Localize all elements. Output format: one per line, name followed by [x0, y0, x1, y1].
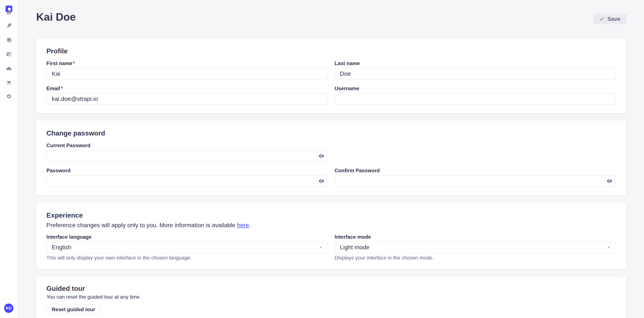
home-icon [6, 9, 12, 15]
guided-tour-description: You can reset the guided tour at any tim… [46, 294, 616, 300]
settings-cards: Profile First name* Last name Email* [36, 38, 626, 318]
field-current-password: Current Password [46, 143, 328, 162]
layout-icon [6, 51, 12, 57]
experience-card: Experience Preference changes will apply… [36, 202, 626, 269]
chevron-down-icon [607, 245, 611, 250]
password-input[interactable] [46, 175, 328, 187]
field-email: Email* [46, 86, 328, 105]
guided-tour-card: Guided tour You can reset the guided tou… [36, 277, 626, 318]
cloud-icon [6, 66, 12, 71]
change-password-card: Change password Current Password [36, 120, 626, 195]
feather-icon [6, 23, 12, 28]
experience-description: Preference changes will apply only to yo… [46, 222, 616, 229]
check-icon [599, 16, 604, 21]
chevron-down-icon [318, 245, 323, 250]
email-input[interactable] [46, 93, 328, 105]
field-interface-language: Interface language English This will onl… [46, 234, 328, 261]
email-label: Email* [46, 86, 328, 91]
field-username: Username [334, 86, 616, 105]
save-button[interactable]: Save [594, 14, 626, 24]
sidebar-item-media-library[interactable] [6, 37, 12, 43]
spacer [334, 143, 616, 162]
interface-language-hint: This will only display your own interfac… [46, 255, 328, 261]
pictures-icon [6, 37, 12, 43]
toggle-confirm-password-visibility-button[interactable] [605, 176, 614, 186]
page-header: Kai Doe Save [36, 11, 626, 23]
reset-guided-tour-button[interactable]: Reset guided tour [46, 305, 100, 315]
eye-off-icon [318, 178, 324, 184]
main-nav-sidebar: KD [0, 0, 18, 318]
sidebar-divider [0, 15, 18, 15]
interface-language-label: Interface language [46, 234, 328, 240]
field-new-password: Password [46, 168, 328, 187]
field-last-name: Last name [334, 60, 616, 80]
interface-mode-hint: Displays your interface in the chosen mo… [334, 255, 616, 261]
change-password-section-title: Change password [46, 129, 616, 138]
main-content: Kai Doe Save Profile First name* Last na… [18, 0, 644, 318]
toggle-current-password-visibility-button[interactable] [317, 151, 326, 160]
required-asterisk: * [73, 60, 75, 66]
first-name-label: First name* [46, 60, 328, 66]
current-password-input[interactable] [46, 150, 328, 162]
confirm-password-label: Confirm Password [334, 168, 616, 173]
gear-icon [6, 94, 12, 99]
avatar-initials: KD [6, 306, 12, 311]
sidebar-item-home[interactable] [6, 9, 12, 15]
toggle-password-visibility-button[interactable] [317, 176, 326, 186]
experience-section-title: Experience [46, 211, 616, 219]
profile-section-title: Profile [46, 47, 616, 55]
sidebar-item-content-manager[interactable] [6, 23, 12, 28]
more-information-link[interactable]: here [237, 222, 249, 228]
interface-mode-value: Light mode [340, 244, 370, 251]
interface-mode-select[interactable]: Light mode [334, 242, 616, 253]
username-input[interactable] [334, 93, 616, 105]
guided-tour-section-title: Guided tour [46, 284, 616, 293]
eye-off-icon [606, 178, 612, 184]
page-title: Kai Doe [36, 11, 626, 23]
save-button-label: Save [607, 16, 620, 22]
sidebar-bottom-divider [0, 299, 18, 300]
field-interface-mode: Interface mode Light mode Displays your … [334, 234, 616, 261]
sidebar-item-settings[interactable] [6, 94, 12, 99]
field-confirm-password: Confirm Password [334, 168, 616, 187]
user-avatar[interactable]: KD [4, 304, 14, 313]
last-name-label: Last name [334, 60, 616, 66]
first-name-input[interactable] [46, 68, 328, 80]
sidebar-item-marketplace[interactable] [6, 80, 12, 85]
sidebar-item-content-type-builder[interactable] [6, 51, 12, 57]
required-asterisk: * [61, 86, 62, 91]
last-name-input[interactable] [334, 68, 616, 80]
field-first-name: First name* [46, 60, 328, 80]
username-label: Username [334, 86, 616, 91]
password-label: Password [46, 168, 328, 173]
eye-off-icon [318, 153, 324, 159]
confirm-password-input[interactable] [334, 175, 616, 187]
current-password-label: Current Password [46, 143, 328, 149]
strapi-profile-page: KD Kai Doe Save Profile First name* [0, 0, 644, 318]
sidebar-item-deploy[interactable] [6, 66, 12, 71]
interface-mode-label: Interface mode [334, 234, 616, 240]
profile-card: Profile First name* Last name Email* [36, 38, 626, 113]
interface-language-value: English [52, 244, 71, 251]
interface-language-select[interactable]: English [46, 242, 328, 253]
cart-icon [6, 80, 12, 85]
